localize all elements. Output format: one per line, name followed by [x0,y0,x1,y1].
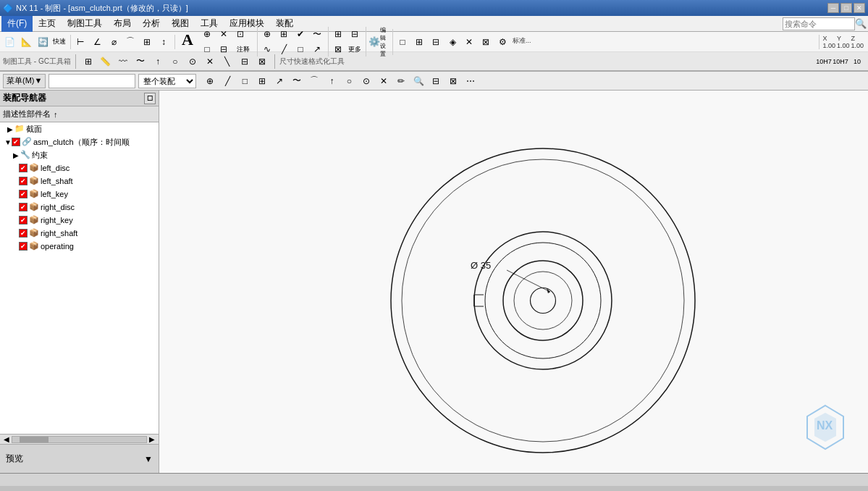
ann-btn1[interactable]: ⊕ [199,27,215,41]
toggle-asm-clutch[interactable]: ▼ [4,138,12,146]
gc-btn5[interactable]: ↑ [150,54,166,69]
move-btn[interactable]: ↗ [271,74,287,88]
checkbox-right-key[interactable]: ✔ [19,216,28,224]
gc-btn6[interactable]: ○ [167,54,183,69]
command-input[interactable] [49,74,135,88]
filter-btn[interactable]: ⊞ [254,74,270,88]
oval-btn[interactable]: ⊙ [358,74,374,88]
menu-dropdown-btn[interactable]: 菜单(M)▼ [3,74,46,88]
std-btn3[interactable]: ⊟ [428,35,444,49]
tree-item-right-key[interactable]: ✔ 📦 right_key [0,214,159,227]
gc-btn3[interactable]: 〰 [115,54,131,69]
gc-btn7[interactable]: ⊙ [185,54,201,69]
sk-mirror[interactable]: ⊞ [276,27,292,41]
gc-btn4[interactable]: 〜 [132,54,148,69]
left-scrollbar[interactable]: ◀ ▶ [0,434,159,444]
preview-arrow[interactable]: ▼ [144,454,153,464]
dim-btn1[interactable]: ⊢ [72,35,88,49]
menu-item-home[interactable]: 主页 [33,16,62,32]
checkbox-asm-clutch[interactable]: ✔ [12,138,20,146]
tbl-btn3[interactable]: ⊠ [330,42,346,56]
grid-btn[interactable]: ⊠ [445,74,461,88]
std-btn7[interactable]: ⚙ [494,35,510,49]
menu-item-file[interactable]: 件(F) [1,16,33,32]
dim-btn5[interactable]: ⊞ [139,35,155,49]
tbl-btn2[interactable]: ⊟ [347,27,363,41]
dim-btn6[interactable]: ↕ [156,35,172,49]
edit-settings-btn[interactable]: ⚙️编辑设置 [368,29,389,55]
close-button[interactable]: ✕ [854,3,865,13]
annotation-large-btn[interactable]: A [177,27,198,53]
pencil-btn[interactable]: ✏ [393,74,409,88]
gc-btn8[interactable]: ✕ [202,54,218,69]
sk-zoom-in[interactable]: ⊕ [259,27,275,41]
sk-line[interactable]: ╱ [276,42,292,56]
fast-btn[interactable]: 快速 [51,35,67,49]
refresh-btn[interactable]: 🔄 [35,35,51,49]
gc-btn2[interactable]: 📏 [98,54,114,69]
menu-item-analysis[interactable]: 分析 [137,16,166,32]
tree-item-cutplane[interactable]: ▶ 📁 截面 [0,122,159,135]
cross-btn[interactable]: ✕ [376,74,392,88]
scroll-track[interactable] [12,436,147,443]
tree-item-right-shaft[interactable]: ✔ 📦 right_shaft [0,227,159,240]
maximize-button[interactable]: □ [840,3,852,13]
view-btn[interactable]: ⊟ [428,74,444,88]
ann-btn3[interactable]: ⊡ [232,27,248,41]
magnify-btn[interactable]: 🔍 [410,74,426,88]
tree-item-asm-clutch[interactable]: ▼ ✔ 🔗 asm_clutch（顺序：时间顺 [0,135,159,148]
toggle-constraint[interactable]: ▶ [13,151,20,159]
new-drawing-btn[interactable]: 📄 [1,35,17,49]
dim-btn2[interactable]: ∠ [89,35,105,49]
curve-btn1[interactable]: 〜 [289,74,305,88]
checkbox-left-disc[interactable]: ✔ [19,164,28,172]
dim-btn3[interactable]: ⌀ [106,35,122,49]
sk-ref[interactable]: ↗ [309,42,325,56]
sk-curve[interactable]: 〜 [309,27,325,41]
search-input[interactable] [783,17,855,30]
checkbox-operating[interactable]: ✔ [19,242,28,251]
tree-item-right-disc[interactable]: ✔ 📦 right_disc [0,201,159,214]
std-btn2[interactable]: ⊞ [411,35,427,49]
scroll-thumb[interactable] [20,437,49,442]
circle-btn[interactable]: ○ [341,74,357,88]
ann-btn2[interactable]: ✕ [216,27,232,41]
line-btn[interactable]: ╱ [219,74,235,88]
sk-check[interactable]: ✔ [292,27,308,41]
checkbox-left-shaft[interactable]: ✔ [19,177,28,185]
tree-item-left-key[interactable]: ✔ 📦 left_key [0,188,159,201]
panel-close-btn[interactable]: ☐ [144,93,156,104]
std-btn5[interactable]: ✕ [461,35,477,49]
gc-btn11[interactable]: ⊠ [254,54,270,69]
tree-item-left-disc[interactable]: ✔ 📦 left_disc [0,161,159,175]
std-btn4[interactable]: ◈ [444,35,460,49]
gc-btn1[interactable]: ⊞ [80,54,96,69]
dim-btn4[interactable]: ⌒ [122,35,138,49]
checkbox-right-disc[interactable]: ✔ [19,203,28,211]
menu-item-layout[interactable]: 布局 [108,16,137,32]
tbl-more[interactable]: 更多 [347,42,363,56]
tbl-btn1[interactable]: ⊞ [330,27,346,41]
tree-item-constraint[interactable]: ▶ 🔧 约束 [0,148,159,161]
search-icon[interactable]: 🔍 [855,18,867,29]
checkbox-left-key[interactable]: ✔ [19,190,28,198]
gc-btn10[interactable]: ⊟ [237,54,253,69]
sort-icon[interactable]: ↑ [54,110,58,119]
std-btn6[interactable]: ⊠ [478,35,494,49]
toggle-cutplane[interactable]: ▶ [7,125,14,133]
menu-item-drawing-tools[interactable]: 制图工具 [62,16,108,32]
assembly-dropdown[interactable]: 整个装配 [138,74,196,88]
minimize-button[interactable]: ─ [827,3,839,13]
sf-btn3[interactable]: 10 [849,54,865,69]
curve-btn2[interactable]: ⌒ [306,74,322,88]
gc-btn9[interactable]: ╲ [219,54,235,69]
snap-btn[interactable]: ⊕ [202,74,218,88]
tree-item-left-shaft[interactable]: ✔ 📦 left_shaft [0,175,159,188]
view-btn1[interactable]: 📐 [18,35,34,49]
std-btn1[interactable]: □ [395,35,410,49]
sk-slot[interactable]: □ [292,42,308,56]
checkbox-right-shaft[interactable]: ✔ [19,229,28,238]
sf-btn1[interactable]: 10H7 [816,54,832,69]
tree-item-operating[interactable]: ✔ 📦 operating [0,240,159,253]
sf-btn2[interactable]: 10H7 [833,54,848,69]
